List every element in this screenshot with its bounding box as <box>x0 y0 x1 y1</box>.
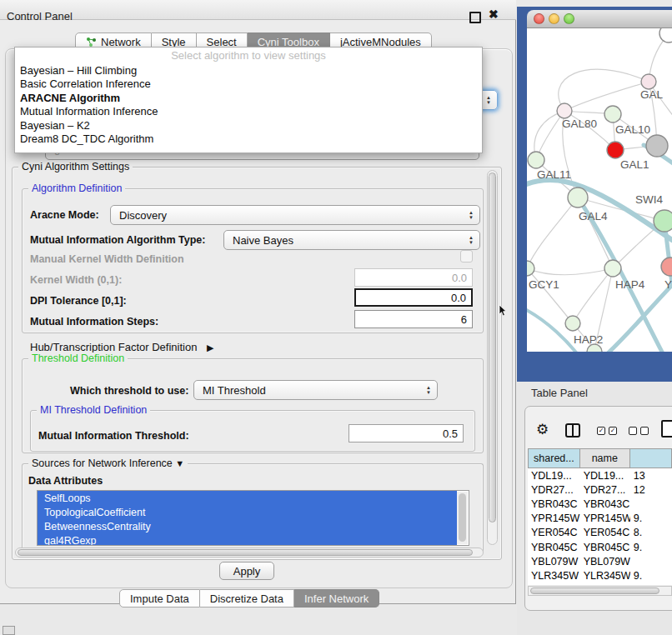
table-row[interactable]: YBL079WYBL079W <box>528 554 672 568</box>
hub-expander[interactable]: Hub/Transcription Factor Definition ▶ <box>30 341 213 353</box>
aracne-mode-select[interactable]: Discovery ▲▼ <box>110 205 480 225</box>
attribute-item-gal4rgexp[interactable]: gal4RGexp <box>38 533 457 546</box>
scrollbar-thumb[interactable] <box>18 549 473 556</box>
document-icon[interactable] <box>661 420 672 438</box>
control-panel-titlebar <box>0 0 516 20</box>
node-label-gal11: GAL11 <box>537 168 571 181</box>
node-label-hap2: HAP2 <box>574 333 603 346</box>
network-window-titlebar[interactable] <box>527 10 672 28</box>
gear-icon[interactable]: ⚙ <box>536 421 549 438</box>
network-edge[interactable] <box>564 82 649 111</box>
table-cell: YDR27... <box>528 482 580 497</box>
list-scrollbar[interactable] <box>457 492 468 544</box>
network-node-swi4[interactable] <box>654 210 672 232</box>
dpi-tolerance-field[interactable]: 0.0 <box>354 288 473 307</box>
table-row[interactable]: YBR045CYBR045C9. <box>528 540 672 554</box>
table-row[interactable]: YPR145WYPR145W9. <box>528 512 672 526</box>
dpi-tolerance-label: DPI Tolerance [0,1]: <box>30 295 127 307</box>
data-attributes-list[interactable]: SelfLoopsTopologicalCoefficientBetweenne… <box>37 490 469 546</box>
network-node-gcy1[interactable] <box>527 261 534 276</box>
network-node[interactable] <box>659 28 672 42</box>
network-edge[interactable] <box>527 268 613 275</box>
float-window-button[interactable] <box>469 12 481 23</box>
bottom-tab-discretize-data[interactable]: Discretize Data <box>200 589 294 608</box>
table-cell <box>630 554 672 568</box>
mi-type-select[interactable]: Naive Bayes ▲▼ <box>223 230 480 250</box>
deselect-checkboxes-icon[interactable] <box>629 427 649 435</box>
table-row[interactable]: YIL052CYIL052C9 <box>528 583 672 586</box>
table-cell: YIL052C <box>580 583 630 586</box>
scrollbar-thumb[interactable] <box>459 493 466 542</box>
network-node-hap2[interactable] <box>565 316 580 331</box>
network-node-hap4[interactable] <box>604 260 621 277</box>
which-threshold-select[interactable]: MI Threshold ▲▼ <box>193 380 438 400</box>
network-node-y[interactable] <box>661 258 672 276</box>
network-node-gal[interactable] <box>641 74 656 89</box>
dropdown-item-dream8-dc-tdc-algorithm[interactable]: Dream8 DC_TDC Algorithm <box>15 132 482 147</box>
mi-threshold-group-title: MI Threshold Definition <box>37 404 150 416</box>
table-cell: YBR043C <box>580 497 630 511</box>
network-node-gal1[interactable] <box>607 142 624 158</box>
algorithm-definition-title: Algorithm Definition <box>28 182 125 194</box>
network-edge[interactable] <box>559 69 649 111</box>
dropdown-item-basic-correlation-inference[interactable]: Basic Correlation Inference <box>15 78 482 92</box>
network-node-gal4[interactable] <box>568 188 588 208</box>
mi-type-value: Naive Bayes <box>233 234 293 247</box>
table-cell: YER054C <box>528 526 580 540</box>
table-row[interactable]: YDL19...YDL19...13 <box>528 468 672 482</box>
select-all-checkboxes-icon[interactable]: ✓✓ <box>597 427 617 435</box>
mi-threshold-label: Mutual Information Threshold: <box>38 430 189 442</box>
attribute-item-topologicalcoefficient[interactable]: TopologicalCoefficient <box>38 505 457 519</box>
column-header-col2[interactable] <box>630 448 672 468</box>
chevron-down-icon[interactable]: ▼ <box>175 458 184 468</box>
network-edge[interactable] <box>527 198 578 268</box>
bottom-tab-infer-network[interactable]: Infer Network <box>294 589 379 608</box>
attribute-item-betweennesscentrality[interactable]: BetweennessCentrality <box>38 519 457 533</box>
table-row[interactable]: YER054CYER054C8. <box>528 526 672 540</box>
mi-threshold-field[interactable]: 0.5 <box>349 424 464 442</box>
close-panel-button[interactable]: ✖ <box>489 8 499 21</box>
mi-steps-field[interactable]: 6 <box>354 310 473 328</box>
column-header-name[interactable]: name <box>580 448 630 468</box>
collapsed-panel-button[interactable] <box>3 626 15 635</box>
traffic-light-zoom-icon[interactable] <box>564 13 574 24</box>
table-horizontal-scrollbar[interactable] <box>528 586 672 596</box>
settings-horizontal-scrollbar[interactable] <box>15 548 484 558</box>
table-cell: YBR045C <box>580 540 630 554</box>
dropdown-item-bayesian-hill-climbing[interactable]: Bayesian – Hill Climbing <box>15 63 482 78</box>
network-edge[interactable] <box>599 283 672 352</box>
network-node-gal10[interactable] <box>604 106 621 122</box>
network-canvas[interactable]: GALGAL80GAL10GAL1GAL11GAL4SWI4GCY1HAP4YH… <box>527 28 672 352</box>
algorithm-dropdown-list: Select algorithm to view settings Bayesi… <box>14 47 483 153</box>
traffic-light-minimize-icon[interactable] <box>549 13 559 24</box>
network-node[interactable] <box>646 135 668 157</box>
which-threshold-label: Which threshold to use: <box>70 385 188 397</box>
apply-button[interactable]: Apply <box>219 562 274 580</box>
columns-icon[interactable] <box>565 423 580 438</box>
table-cell: YBR043C <box>528 497 580 511</box>
table-row[interactable]: YLR345WYLR345W9. <box>528 568 672 582</box>
traffic-light-close-icon[interactable] <box>534 13 544 24</box>
table-cell: YLR345W <box>580 568 630 582</box>
scrollbar-thumb[interactable] <box>530 588 659 594</box>
table-cell: YPR145W <box>580 512 630 526</box>
column-header-shared[interactable]: shared... <box>528 448 580 468</box>
checked-box-icon: ✓ <box>597 427 605 435</box>
network-node-gal80[interactable] <box>557 103 572 118</box>
kernel-width-field[interactable]: 0.0 <box>354 268 473 287</box>
combo-arrows-icon: ▲▼ <box>486 95 491 105</box>
manual-kernel-checkbox[interactable] <box>460 250 473 262</box>
network-node-gal11[interactable] <box>528 152 544 168</box>
attribute-item-selfloops[interactable]: SelfLoops <box>38 491 457 505</box>
bottom-tab-impute-data[interactable]: Impute Data <box>119 589 200 608</box>
scrollbar-thumb[interactable] <box>489 172 496 522</box>
dropdown-item-aracne-algorithm[interactable]: ARACNE Algorithm <box>15 91 482 105</box>
table-row[interactable]: YBR043CYBR043C <box>528 497 672 511</box>
checked-box-icon: ✓ <box>609 427 617 435</box>
dropdown-item-mutual-information-inference[interactable]: Mutual Information Inference <box>15 105 482 119</box>
settings-vertical-scrollbar[interactable] <box>487 170 498 545</box>
table-cell: YBR045C <box>528 540 580 554</box>
threshold-definition-title: Threshold Definition <box>28 352 128 364</box>
dropdown-item-bayesian-k2[interactable]: Bayesian – K2 <box>15 118 482 132</box>
table-row[interactable]: YDR27...YDR27...12 <box>528 482 672 497</box>
